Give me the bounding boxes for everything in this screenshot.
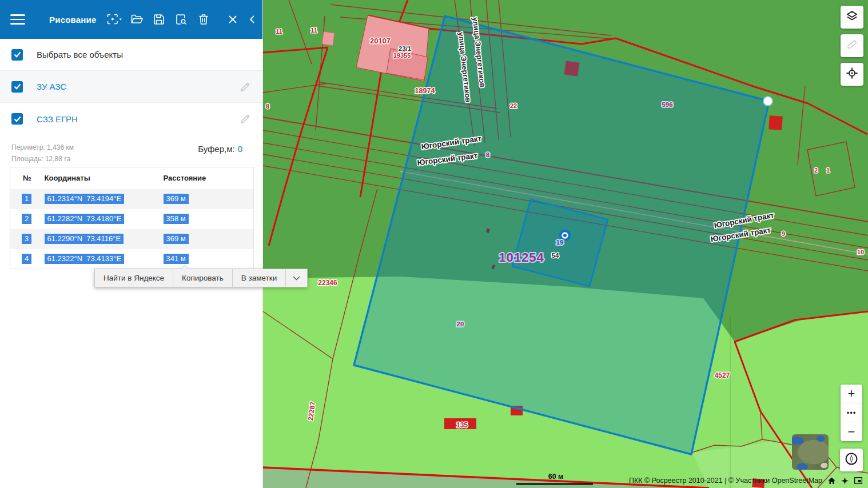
attribution-bar: ПКК © Росреестр 2010-2021 | © Участники … — [629, 477, 862, 485]
menu-more-chevron[interactable] — [286, 269, 307, 287]
map-label: 11 — [310, 27, 317, 34]
map-label: 20 — [457, 321, 464, 327]
table-header-row: № Координаты Расстояние — [10, 167, 254, 189]
vertex-number: 1 — [22, 194, 31, 204]
measure-button[interactable] — [841, 34, 863, 57]
open-folder-button[interactable] — [128, 11, 145, 28]
segment-distance: 358 м — [164, 214, 189, 224]
attribution-text: ПКК © Росреестр 2010-2021 | © Участники … — [629, 477, 822, 485]
vertex-coordinates: 61.2314°N 73.4194°E — [45, 194, 125, 204]
map-label: 8 — [266, 103, 269, 110]
select-all-label: Выбрать все объекты — [37, 50, 123, 59]
coordinates-table: № Координаты Расстояние 161.2314°N 73.41… — [10, 167, 254, 269]
zoom-out-button[interactable]: − — [841, 422, 862, 441]
buffer-value[interactable]: 0 — [238, 144, 242, 154]
save-button[interactable] — [150, 11, 168, 28]
app-window: 11112010723/119355189748225968Югорский т… — [0, 0, 868, 488]
table-row[interactable]: 461.2322°N 73.4133°E341 м — [10, 249, 254, 269]
fullscreen-icon[interactable] — [854, 477, 862, 484]
map-label: 2 — [814, 167, 818, 174]
map-label: 19 — [556, 239, 564, 246]
compass-button[interactable] — [840, 449, 863, 471]
layer-checkbox[interactable] — [11, 81, 23, 93]
col-header-distance: Расстояние — [162, 167, 254, 189]
map-label: 23/1 — [399, 45, 412, 52]
compass-icon — [844, 451, 859, 469]
table-row[interactable]: 161.2314°N 73.4194°E369 м — [10, 189, 254, 209]
map-label: 22 — [510, 102, 517, 109]
area-value: Площадь: 12,88 га — [11, 153, 242, 165]
layer-label[interactable]: ЗУ АЗС — [37, 82, 66, 91]
collapse-panel-icon[interactable] — [248, 11, 257, 28]
map-label: 101254 — [499, 250, 544, 265]
map-label: 10 — [857, 249, 864, 255]
vertex-number: 3 — [22, 234, 31, 244]
crosshair-icon — [846, 67, 858, 82]
close-panel-icon[interactable] — [224, 11, 241, 28]
vertex-number: 2 — [22, 214, 31, 224]
segment-distance: 341 м — [164, 254, 189, 264]
map-label: 8 — [486, 151, 490, 158]
zoom-controls: + ••• − — [841, 385, 862, 441]
select-all-row[interactable]: Выбрать все объекты — [0, 39, 262, 71]
selection-context-menu: Найти в Яндексе Копировать В заметки — [94, 269, 308, 287]
col-header-coordinates: Координаты — [43, 167, 162, 189]
panel-title: Рисование — [49, 15, 97, 25]
edit-pencil-icon[interactable] — [240, 113, 251, 125]
vertex-coordinates: 61.2282°N 73.4180°E — [45, 214, 125, 224]
layer-checkbox[interactable] — [11, 113, 23, 125]
layer-label[interactable]: СЗЗ ЕГРН — [37, 114, 78, 124]
measurement-stats: Периметр: 1,436 км Площадь: 12,88 га Буф… — [0, 135, 262, 166]
delete-button[interactable] — [195, 11, 212, 28]
map-label: 20107 — [370, 37, 391, 45]
ruler-icon — [846, 38, 858, 53]
buffer-control: Буфер,м:0 — [198, 144, 242, 154]
edit-pencil-icon[interactable] — [240, 81, 251, 93]
table-row[interactable]: 361.2290°N 73.4116°E369 м — [10, 229, 254, 249]
segment-distance: 369 м — [164, 194, 189, 204]
vertex-coordinates: 61.2290°N 73.4116°E — [45, 234, 124, 244]
map-label: 54 — [552, 252, 559, 259]
select-all-checkbox[interactable] — [11, 49, 23, 61]
search-drawing-button[interactable] — [173, 11, 190, 28]
map-label: 1 — [826, 167, 830, 174]
buffer-label: Буфер,м: — [198, 144, 235, 154]
map-label: 11 — [276, 28, 282, 35]
map-label: 18974 — [415, 87, 435, 95]
map-label: 9 — [782, 230, 785, 237]
screenshot-area-button[interactable] — [106, 11, 123, 28]
menu-item-yandex-search[interactable]: Найти в Яндексе — [95, 269, 173, 287]
center-map-icon[interactable] — [841, 477, 849, 485]
menu-item-copy[interactable]: Копировать — [173, 269, 233, 287]
table-row[interactable]: 261.2282°N 73.4180°E358 м — [10, 209, 254, 229]
panel-header: Рисование — [0, 0, 262, 39]
home-icon[interactable] — [828, 477, 835, 485]
zoom-in-button[interactable]: + — [841, 385, 862, 403]
map-label: 60 м — [548, 473, 564, 481]
vertex-number: 4 — [22, 254, 31, 264]
menu-item-notes[interactable]: В заметки — [233, 269, 286, 287]
map-label: 4527 — [715, 371, 730, 379]
layer-row-zu-azs[interactable]: ЗУ АЗС — [0, 71, 262, 103]
locate-object-button[interactable] — [841, 63, 863, 86]
layers-icon — [846, 10, 858, 25]
panel-toolbar — [106, 11, 257, 28]
map-label: 19355 — [393, 52, 411, 59]
zoom-more-button[interactable]: ••• — [841, 403, 862, 422]
vertex-marker[interactable] — [763, 97, 773, 106]
menu-icon[interactable] — [10, 14, 25, 25]
segment-distance: 369 м — [164, 234, 189, 244]
minimap-toggle[interactable] — [792, 434, 829, 470]
vertex-coordinates: 61.2322°N 73.4133°E — [45, 254, 125, 264]
map-label: 22346 — [318, 279, 337, 287]
coords-table-body: 161.2314°N 73.4194°E369 м261.2282°N 73.4… — [10, 189, 254, 269]
map-label: 596 — [662, 101, 672, 108]
layer-row-szz-egrn[interactable]: СЗЗ ЕГРН — [0, 103, 262, 135]
layers-button[interactable] — [841, 6, 863, 29]
drawing-panel: Рисование — [0, 0, 263, 488]
map-label: 135 — [456, 421, 468, 429]
col-header-number: № — [10, 167, 43, 189]
